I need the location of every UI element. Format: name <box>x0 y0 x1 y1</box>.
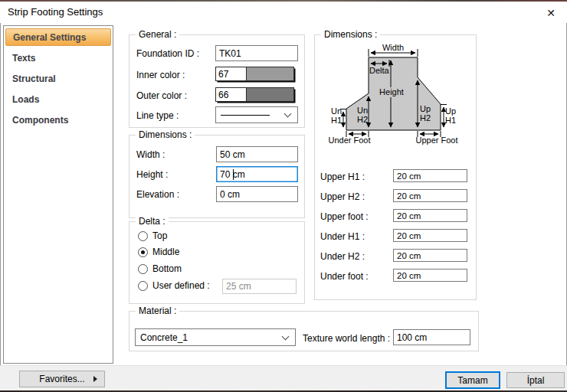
sidebar-item-components[interactable]: Components <box>5 111 111 129</box>
foundation-id-label: Foundation ID : <box>136 48 199 59</box>
width-value: 50 cm <box>220 149 245 160</box>
inner-color-picker[interactable]: 67 <box>215 67 294 81</box>
favorites-button[interactable]: Favorites... <box>19 371 105 387</box>
height-label: Height : <box>136 169 168 180</box>
under-h1-value: 20 cm <box>397 231 421 240</box>
radio-middle[interactable]: Middle <box>138 247 179 257</box>
footer-bar: Favorites... Tamam İptal <box>0 365 567 390</box>
outer-color-label: Outer color : <box>136 90 187 101</box>
radio-top[interactable]: Top <box>138 230 167 241</box>
group-general-legend: General : <box>136 29 179 40</box>
strip-footing-settings-dialog: Strip Footing Settings ✕ General Setting… <box>0 0 567 392</box>
arrow-right-icon <box>93 376 97 382</box>
radio-middle-label: Middle <box>152 247 179 257</box>
diagram-up-h1-label: Up <box>445 106 456 116</box>
text-caret <box>233 169 234 180</box>
under-h2-value: 20 cm <box>397 251 421 260</box>
sidebar-item-general-settings[interactable]: General Settings <box>5 28 111 46</box>
chevron-down-icon <box>282 332 290 340</box>
diagram-un-h2-label: Un <box>357 106 368 115</box>
upper-foot-label: Upper foot : <box>320 211 369 222</box>
outer-color-swatch <box>247 88 293 101</box>
width-field[interactable]: 50 cm <box>216 146 298 162</box>
under-foot-field[interactable]: 20 cm <box>393 269 467 282</box>
diagram-up-h1-label: H1 <box>445 116 456 125</box>
diagram-height-label: Height <box>379 87 404 96</box>
line-sample <box>221 115 270 116</box>
radio-bottom-label: Bottom <box>152 263 182 274</box>
width-label: Width : <box>136 149 165 160</box>
texture-world-length-label: Texture world length : <box>303 333 390 344</box>
diagram-width-label: Width <box>382 44 404 52</box>
height-field[interactable]: 70 cm <box>216 166 298 182</box>
material-dropdown[interactable]: Concrete_1 <box>135 328 296 346</box>
diagram-up-h2-label: Up <box>420 104 431 113</box>
chevron-down-icon <box>284 110 292 118</box>
sidebar-item-label: Loads <box>12 94 39 105</box>
texture-world-length-field[interactable]: 100 cm <box>393 329 470 345</box>
foundation-id-field[interactable]: TK01 <box>215 45 298 61</box>
user-defined-value: 25 cm <box>226 281 251 292</box>
diagram-upper-foot-label: Upper Foot <box>415 136 457 145</box>
radio-bottom[interactable]: Bottom <box>138 263 182 274</box>
group-material-legend: Material : <box>136 305 179 316</box>
sidebar-item-label: General Settings <box>13 32 86 43</box>
upper-h1-label: Upper H1 : <box>320 172 365 182</box>
upper-h1-field[interactable]: 20 cm <box>393 169 467 182</box>
sidebar-item-structural[interactable]: Structural <box>5 70 111 87</box>
under-h1-field[interactable]: 20 cm <box>393 229 467 242</box>
foundation-id-value: TK01 <box>219 48 241 59</box>
radio-user-defined-label: User defined : <box>152 280 210 291</box>
diagram-delta-label: Delta <box>369 66 390 75</box>
diagram-un-h1-label: H1 <box>331 116 342 125</box>
upper-h1-value: 20 cm <box>397 172 421 181</box>
diagram-un-h1-label: Un <box>331 106 342 116</box>
elevation-value: 0 cm <box>220 189 240 200</box>
under-h2-field[interactable]: 20 cm <box>393 249 467 262</box>
under-foot-label: Under foot : <box>320 271 369 282</box>
cancel-button[interactable]: İptal <box>506 372 565 388</box>
upper-foot-field[interactable]: 20 cm <box>393 209 467 222</box>
texture-world-length-value: 100 cm <box>397 332 427 343</box>
elevation-label: Elevation : <box>136 189 179 200</box>
settings-nav: General Settings Texts Structural Loads … <box>3 25 113 364</box>
elevation-field[interactable]: 0 cm <box>216 186 298 202</box>
sidebar-item-texts[interactable]: Texts <box>5 49 111 67</box>
under-h2-label: Under H2 : <box>320 251 365 262</box>
under-h1-label: Under H1 : <box>320 231 365 242</box>
material-selected-value: Concrete_1 <box>140 332 188 343</box>
diagram-up-h2-label: H2 <box>420 113 431 122</box>
upper-foot-value: 20 cm <box>397 211 421 220</box>
radio-icon <box>138 264 148 274</box>
cancel-label: İptal <box>527 375 545 386</box>
group-delta-legend: Delta : <box>136 216 169 227</box>
upper-h2-label: Upper H2 : <box>320 191 365 202</box>
favorites-label: Favorites... <box>39 374 84 384</box>
upper-h2-field[interactable]: 20 cm <box>393 189 467 202</box>
sidebar-item-label: Texts <box>12 53 35 64</box>
diagram-under-foot-label: Under Foot <box>328 136 370 145</box>
inner-color-number: 67 <box>216 67 247 80</box>
upper-h2-value: 20 cm <box>397 191 421 201</box>
radio-user-defined[interactable]: User defined : <box>138 280 210 291</box>
sidebar-item-loads[interactable]: Loads <box>5 90 111 108</box>
radio-icon <box>138 281 148 291</box>
sidebar-item-label: Components <box>12 115 68 126</box>
group-footing-dimensions-legend: Dimensions : <box>321 29 380 40</box>
title-bar: Strip Footing Settings ✕ <box>0 2 567 23</box>
user-defined-field[interactable]: 25 cm <box>222 279 297 294</box>
inner-color-label: Inner color : <box>136 70 185 80</box>
radio-selected-icon <box>138 247 148 257</box>
line-type-label: Line type : <box>136 110 179 121</box>
outer-color-picker[interactable]: 66 <box>215 87 294 102</box>
footing-cross-section-diagram: Width Delta Height Un H2 Up H2 Un H1 Up … <box>320 44 470 152</box>
inner-color-swatch <box>247 67 293 80</box>
ok-button[interactable]: Tamam <box>445 371 500 389</box>
dialog-title: Strip Footing Settings <box>8 6 103 18</box>
radio-icon <box>138 231 148 241</box>
diagram-un-h2-label: H2 <box>357 115 368 124</box>
outer-color-number: 66 <box>216 88 247 101</box>
line-type-dropdown[interactable] <box>215 106 298 123</box>
close-icon: ✕ <box>546 7 556 19</box>
close-button[interactable]: ✕ <box>541 5 561 21</box>
